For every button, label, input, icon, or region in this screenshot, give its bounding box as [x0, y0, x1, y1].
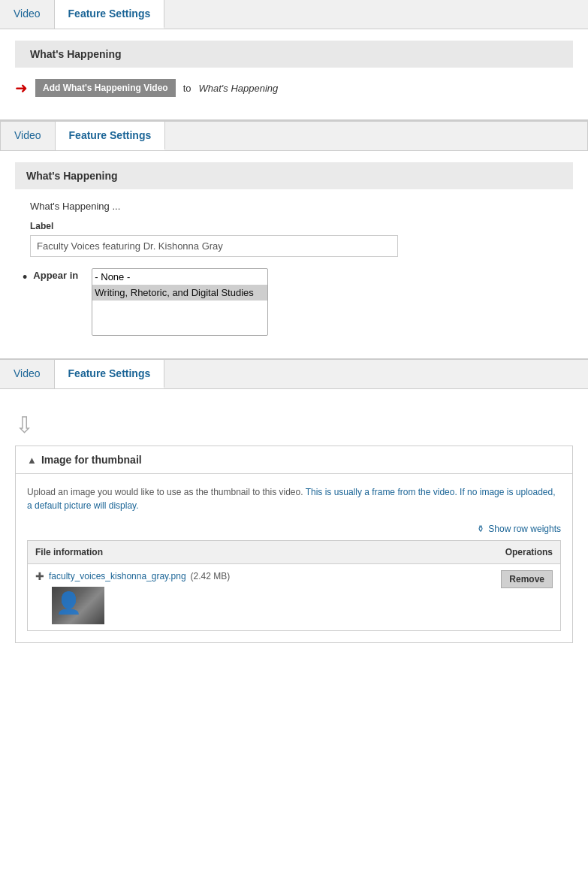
tab-feature-settings-3[interactable]: Feature Settings	[55, 360, 165, 388]
tabs-section1: Video Feature Settings	[0, 0, 588, 29]
table-row: ✚ faculty_voices_kishonna_gray.png (2.42…	[28, 564, 561, 631]
file-link[interactable]: faculty_voices_kishonna_gray.png	[49, 571, 186, 581]
appear-in-select[interactable]: - None - Writing, Rhetoric, and Digital …	[92, 268, 268, 336]
bullet-icon: •	[23, 270, 27, 285]
thumbnail-title: Image for thumbnail	[41, 454, 142, 466]
whats-happening-box-2: What's Happening	[15, 162, 573, 189]
col-file-info: File information	[28, 541, 432, 564]
section-1: Video Feature Settings What's Happening …	[0, 0, 588, 121]
section2-content: What's Happening What's Happening ... La…	[0, 162, 588, 336]
eye-icon: ⚱	[477, 524, 484, 534]
select-option-none[interactable]: - None -	[92, 269, 267, 285]
appear-in-row: • Appear in - None - Writing, Rhetoric, …	[15, 268, 573, 336]
down-arrow-icon: ⇩	[0, 404, 588, 446]
tab-feature-settings-2[interactable]: Feature Settings	[56, 122, 166, 150]
upload-description: Upload an image you would like to use as…	[27, 485, 561, 512]
col-operations: Operations	[432, 541, 561, 564]
appear-in-label: Appear in	[33, 268, 86, 281]
tab-feature-settings-1[interactable]: Feature Settings	[55, 0, 165, 29]
label-input[interactable]	[30, 235, 398, 257]
sub-label: What's Happening ...	[15, 201, 573, 212]
file-info-cell: ✚ faculty_voices_kishonna_gray.png (2.42…	[28, 564, 432, 631]
tabs-section3: Video Feature Settings	[0, 360, 588, 389]
thumbnail-panel: ▲ Image for thumbnail Upload an image yo…	[15, 446, 573, 643]
red-arrow-icon: ➜	[15, 79, 28, 97]
arrow-indicator: ➜	[15, 79, 28, 97]
select-option-wrds[interactable]: Writing, Rhetoric, and Digital Studies	[92, 285, 267, 301]
show-row-weights[interactable]: ⚱ Show row weights	[27, 524, 561, 534]
label-field-label: Label	[15, 221, 573, 231]
thumbnail-image	[52, 587, 104, 624]
thumbnail-body: Upload an image you would like to use as…	[16, 474, 572, 642]
tab-video-1[interactable]: Video	[0, 0, 55, 29]
file-name-row: ✚ faculty_voices_kishonna_gray.png (2.42…	[35, 570, 424, 582]
tab-video-3[interactable]: Video	[0, 360, 55, 388]
remove-button[interactable]: Remove	[501, 570, 553, 588]
section-2: Video Feature Settings What's Happening …	[0, 121, 588, 360]
operations-cell: Remove	[432, 564, 561, 631]
show-row-weights-label: Show row weights	[488, 524, 561, 534]
whats-happening-header-1: What's Happening	[15, 41, 573, 68]
add-row: ➜ Add What's Happening Video to What's H…	[0, 79, 588, 97]
file-size: (2.42 MB)	[191, 571, 231, 581]
thumbnail-header: ▲ Image for thumbnail	[16, 446, 572, 474]
file-table: File information Operations ✚ faculty_vo…	[27, 540, 561, 631]
tabs-section2: Video Feature Settings	[0, 121, 588, 151]
thumbnail-preview	[52, 587, 104, 624]
to-text: to	[183, 83, 191, 94]
drag-handle-icon[interactable]: ✚	[35, 570, 44, 582]
section-3: Video Feature Settings ⇩ ▲ Image for thu…	[0, 360, 588, 666]
upload-desc-part1: Upload an image you would like to use as…	[27, 487, 306, 497]
tab-video-2[interactable]: Video	[1, 122, 56, 150]
upload-desc-link1[interactable]: This is usually a frame from the video.	[306, 487, 457, 497]
collapse-icon[interactable]: ▲	[27, 455, 37, 466]
whats-happening-link[interactable]: What's Happening	[198, 83, 278, 94]
add-whats-happening-button[interactable]: Add What's Happening Video	[35, 79, 176, 97]
